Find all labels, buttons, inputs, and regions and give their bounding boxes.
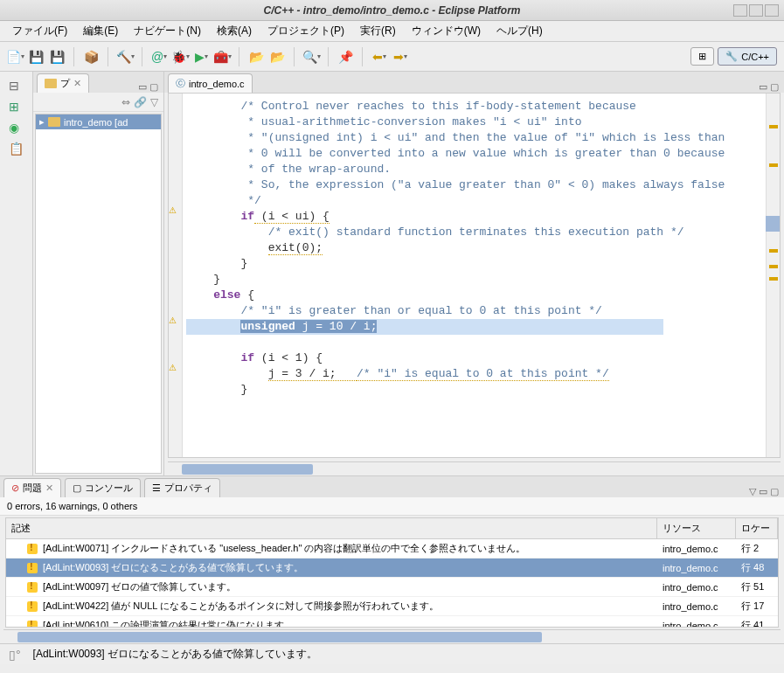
editor-body[interactable]: ⚠ ⚠ ⚠ /* Control never reaches to this i… (168, 93, 781, 458)
workspace: ⊟ ⊞ ◉ 📋 プ ✕ ▭▢ ⇔ 🔗 ▽ ▸ intro_demo [ad (0, 72, 784, 475)
problems-panel: ⊘ 問題 ✕ ▢ コンソール ☰ プロパティ ▽ ▭ ▢ 0 errors, 1… (0, 475, 784, 643)
code-area[interactable]: /* Control never reaches to this if-body… (183, 94, 766, 457)
maximize-view-icon[interactable]: ▢ (770, 486, 779, 497)
tab-console-label: コンソール (85, 482, 133, 495)
editor-tab-label: intro_demo.c (189, 79, 245, 89)
overview-ruler[interactable] (766, 94, 780, 457)
problem-row[interactable]: [AdLint:W0071] インクルードされている "useless_head… (6, 539, 778, 559)
search-icon[interactable]: 🔍▾ (303, 49, 319, 65)
tab-properties[interactable]: ☰ プロパティ (144, 478, 220, 497)
project-root-item[interactable]: ▸ intro_demo [ad (36, 114, 161, 129)
warning-icon (27, 563, 38, 573)
menu-search[interactable]: 検索(A) (210, 21, 259, 41)
menu-help[interactable]: ヘルプ(H) (489, 21, 550, 41)
col-resource[interactable]: リソース (657, 518, 736, 538)
view-menu-icon[interactable]: ▽ (150, 96, 158, 108)
menu-file[interactable]: ファイル(F) (5, 21, 74, 41)
tab-close-x[interactable]: ✕ (45, 482, 53, 494)
project-tab[interactable]: プ ✕ (37, 73, 89, 93)
tab-problems-label: 問題 (23, 482, 42, 495)
menu-project[interactable]: プロジェクト(P) (260, 21, 351, 41)
link-editor-icon[interactable]: 🔗 (134, 96, 147, 108)
warning-marker-icon[interactable]: ⚠ (169, 363, 177, 372)
outline-icon[interactable]: ⊟ (9, 79, 24, 94)
targets-icon[interactable]: ◉ (9, 121, 24, 136)
warning-icon (27, 601, 38, 612)
problem-row[interactable]: [AdLint:W0610] この論理演算の結果は常に偽になります。intro_… (6, 616, 778, 628)
perspective-cpp[interactable]: 🔧 C/C++ (718, 47, 777, 66)
statusbar: ▯° [AdLint:W0093] ゼロになることがある値で除算しています。 (0, 643, 784, 664)
menubar: ファイル(F) 編集(E) ナビゲート(N) 検索(A) プロジェクト(P) 実… (0, 21, 784, 42)
editor-minimize-icon[interactable]: ▭ (759, 81, 767, 93)
warning-marker-icon[interactable]: ⚠ (169, 316, 177, 325)
minimize-view-icon[interactable]: ▭ (138, 81, 147, 93)
problem-desc: [AdLint:W0071] インクルードされている "useless_head… (43, 542, 525, 555)
hammer-icon[interactable]: 🔨▾ (117, 49, 133, 65)
problem-row[interactable]: [AdLint:W0422] 値が NULL になることがあるポインタに対して間… (6, 597, 778, 616)
open-perspective-button[interactable]: ⊞ (690, 47, 714, 66)
titlebar: C/C++ - intro_demo/intro_demo.c - Eclips… (0, 0, 784, 21)
minimize-view-icon[interactable]: ▭ (759, 486, 767, 497)
project-toolbar: ⇔ 🔗 ▽ (33, 93, 163, 112)
tasks-icon[interactable]: 📋 (9, 142, 24, 157)
problem-location: 行 48 (736, 561, 778, 574)
left-trim: ⊟ ⊞ ◉ 📋 (0, 72, 33, 475)
collapse-all-icon[interactable]: ⇔ (121, 96, 130, 108)
problem-resource: intro_demo.c (657, 544, 736, 554)
project-tab-label: プ (60, 77, 70, 90)
external-tools-icon[interactable]: 🧰▾ (214, 49, 230, 65)
project-folder-icon (48, 117, 60, 127)
pin-icon[interactable]: 📌 (337, 49, 353, 65)
expand-arrow-icon[interactable]: ▸ (39, 116, 45, 128)
view-menu-icon[interactable]: ▽ (749, 486, 756, 497)
open-type-icon[interactable]: 📂 (248, 49, 264, 65)
back-icon[interactable]: ⬅▾ (371, 49, 387, 65)
project-tree[interactable]: ▸ intro_demo [ad (35, 114, 162, 474)
project-root-label: intro_demo [ad (64, 117, 128, 128)
problem-resource: intro_demo.c (657, 601, 736, 612)
save-icon[interactable]: 💾 (28, 49, 44, 65)
warning-icon (27, 621, 38, 628)
forward-icon[interactable]: ➡▾ (392, 49, 408, 65)
editor-tab[interactable]: ⓒ intro_demo.c (168, 73, 253, 93)
editor-area: ⓒ intro_demo.c ▭▢ ⚠ ⚠ ⚠ /* Control never… (164, 72, 784, 475)
window-controls (733, 4, 779, 17)
close-button[interactable] (765, 4, 779, 17)
menu-run[interactable]: 実行(R) (353, 21, 403, 41)
menu-edit[interactable]: 編集(E) (76, 21, 125, 41)
window-title: C/C++ - intro_demo/intro_demo.c - Eclips… (263, 4, 520, 17)
open-task-icon[interactable]: 📂 (269, 49, 285, 65)
col-description[interactable]: 記述 (6, 518, 657, 538)
tab-close-x[interactable]: ✕ (73, 78, 81, 89)
tab-problems[interactable]: ⊘ 問題 ✕ (3, 478, 61, 497)
problem-location: 行 51 (736, 580, 778, 593)
menu-window[interactable]: ウィンドウ(W) (405, 21, 488, 41)
problems-table[interactable]: 記述 リソース ロケー [AdLint:W0071] インクルードされている "… (5, 517, 779, 628)
tab-properties-label: プロパティ (164, 482, 212, 495)
problem-row[interactable]: [AdLint:W0093] ゼロになることがある値で除算しています。intro… (6, 559, 778, 578)
save-all-icon[interactable]: 💾 (49, 49, 65, 65)
maximize-button[interactable] (749, 4, 763, 17)
editor-maximize-icon[interactable]: ▢ (770, 81, 779, 93)
warning-marker-icon[interactable]: ⚠ (169, 205, 177, 215)
at-icon[interactable]: @▾ (151, 49, 167, 65)
build-icon[interactable]: 📦 (83, 49, 99, 65)
hierarchy-icon[interactable]: ⊞ (9, 100, 24, 115)
problem-location: 行 41 (736, 619, 778, 628)
left-ruler[interactable]: ⚠ ⚠ ⚠ (169, 94, 183, 457)
problems-hscrollbar[interactable] (3, 629, 781, 643)
editor-hscrollbar[interactable] (168, 461, 781, 475)
minimize-button[interactable] (733, 4, 747, 17)
console-icon: ▢ (73, 482, 81, 494)
run-icon[interactable]: ▶▾ (193, 49, 209, 65)
problems-icon: ⊘ (11, 482, 19, 494)
new-icon[interactable]: 📄▾ (7, 49, 23, 65)
warning-icon (27, 544, 38, 554)
col-location[interactable]: ロケー (736, 518, 778, 538)
tab-console[interactable]: ▢ コンソール (65, 478, 141, 497)
debug-icon[interactable]: 🐞▾ (172, 49, 188, 65)
problem-row[interactable]: [AdLint:W0097] ゼロの値で除算しています。intro_demo.c… (6, 578, 778, 597)
c-file-icon: ⓒ (176, 77, 185, 90)
maximize-view-icon[interactable]: ▢ (149, 81, 158, 93)
menu-navigate[interactable]: ナビゲート(N) (127, 21, 208, 41)
